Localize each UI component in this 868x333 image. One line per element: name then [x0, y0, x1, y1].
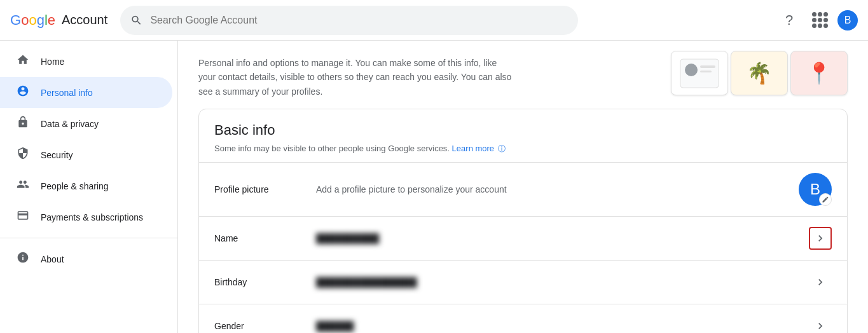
- gender-row[interactable]: Gender ██████: [199, 304, 847, 333]
- sidebar-item-personal-info[interactable]: Personal info: [0, 77, 172, 108]
- card-subtitle: Some info may be visible to other people…: [214, 144, 832, 154]
- sidebar-label-payments: Payments & subscriptions: [41, 212, 143, 222]
- help-button[interactable]: ?: [776, 8, 802, 33]
- sidebar-label-people-sharing: People & sharing: [41, 181, 109, 191]
- grid-icon: [812, 12, 828, 28]
- sidebar-divider: [0, 238, 177, 238]
- illustration: 🌴 📍: [671, 51, 848, 95]
- home-icon: [15, 53, 31, 69]
- sidebar-label-personal-info: Personal info: [41, 88, 93, 98]
- gender-value: ██████: [316, 321, 809, 331]
- map-card-illustration: 📍: [790, 51, 848, 95]
- name-label: Name: [214, 233, 316, 243]
- sidebar-item-data-privacy[interactable]: Data & privacy: [0, 108, 172, 139]
- account-avatar-button[interactable]: B: [837, 10, 858, 31]
- payment-icon: [15, 209, 31, 225]
- people-icon: [15, 178, 31, 194]
- sidebar: Home Personal info Data & privacy Securi…: [0, 41, 178, 333]
- birthday-row[interactable]: Birthday ████████████████: [199, 261, 847, 304]
- gender-chevron[interactable]: [809, 315, 832, 333]
- search-input[interactable]: [150, 15, 568, 26]
- profile-picture-value: Add a profile picture to personalize you…: [316, 184, 799, 194]
- card-title: Basic info: [214, 122, 832, 139]
- profile-avatar-container: B: [799, 173, 832, 206]
- sidebar-label-home: Home: [41, 57, 64, 67]
- info-circle-icon: ⓘ: [498, 144, 506, 153]
- security-icon: [15, 147, 31, 163]
- person-icon: [15, 85, 31, 100]
- sidebar-label-data-privacy: Data & privacy: [41, 119, 99, 129]
- profile-picture-row[interactable]: Profile picture Add a profile picture to…: [199, 163, 847, 217]
- name-row[interactable]: Name ██████████: [199, 217, 847, 261]
- sidebar-item-home[interactable]: Home: [0, 46, 172, 77]
- avatar-edit-icon: [819, 193, 832, 206]
- svg-point-1: [685, 64, 698, 76]
- main-content: Personal info and options to manage it. …: [178, 41, 868, 333]
- birthday-label: Birthday: [214, 277, 316, 287]
- help-icon: ?: [785, 12, 793, 29]
- svg-rect-3: [700, 71, 712, 72]
- name-value: ██████████: [316, 233, 809, 243]
- privacy-icon: [15, 116, 31, 132]
- sidebar-item-about[interactable]: About: [0, 243, 172, 275]
- sidebar-label-about: About: [41, 254, 64, 264]
- name-chevron[interactable]: [809, 227, 832, 250]
- app-title: Account: [62, 13, 107, 27]
- sidebar-item-payments[interactable]: Payments & subscriptions: [0, 201, 172, 233]
- sidebar-item-security[interactable]: Security: [0, 139, 172, 170]
- card-header: Basic info Some info may be visible to o…: [199, 109, 847, 163]
- intro-text: Personal info and options to manage it. …: [198, 56, 516, 99]
- search-icon: [130, 14, 142, 27]
- basic-info-card: Basic info Some info may be visible to o…: [198, 109, 848, 333]
- svg-rect-2: [700, 65, 715, 68]
- apps-button[interactable]: [807, 8, 832, 33]
- learn-more-link[interactable]: Learn more: [452, 144, 494, 153]
- about-icon: [15, 251, 31, 267]
- birthday-value: ████████████████: [316, 277, 809, 287]
- card-subtitle-text: Some info may be visible to other people…: [214, 144, 450, 153]
- gender-label: Gender: [214, 321, 316, 331]
- photos-card-illustration: 🌴: [731, 51, 788, 95]
- search-bar[interactable]: [120, 6, 578, 35]
- app-header: Google Account ? B: [0, 0, 868, 41]
- top-section: Personal info and options to manage it. …: [198, 41, 848, 109]
- birthday-chevron[interactable]: [809, 271, 832, 294]
- profile-card-illustration: [671, 51, 728, 95]
- main-layout: Home Personal info Data & privacy Securi…: [0, 41, 868, 333]
- sidebar-item-people-sharing[interactable]: People & sharing: [0, 170, 172, 201]
- google-logo: Google Account: [10, 12, 107, 29]
- profile-picture-label: Profile picture: [214, 184, 316, 194]
- sidebar-label-security: Security: [41, 150, 73, 160]
- header-actions: ? B: [776, 8, 858, 33]
